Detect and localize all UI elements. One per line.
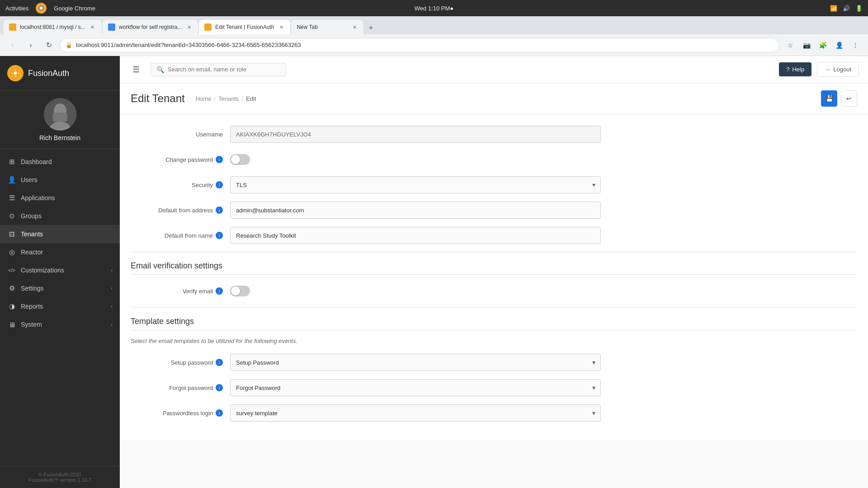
- dashboard-icon: ⊞: [7, 157, 16, 166]
- default-from-name-info-icon[interactable]: i: [216, 232, 223, 239]
- setup-password-select[interactable]: Setup Password Forgot Password survey te…: [230, 354, 601, 371]
- reports-icon: ◑: [7, 302, 16, 311]
- tab-close-mysql[interactable]: ✕: [89, 23, 96, 31]
- sidebar-item-customizations[interactable]: </> Customizations ‹: [0, 261, 120, 279]
- activities-label[interactable]: Activities: [5, 5, 28, 12]
- sidebar-item-reports[interactable]: ◑ Reports ‹: [0, 297, 120, 315]
- customizations-label: Customizations: [21, 267, 106, 274]
- users-label: Users: [21, 176, 113, 183]
- dashboard-label: Dashboard: [21, 158, 113, 165]
- search-input[interactable]: [168, 66, 280, 73]
- username-row: Username: [131, 125, 857, 143]
- reactor-label: Reactor: [21, 249, 113, 256]
- groups-label: Groups: [21, 212, 113, 220]
- tab-title-edit-tenant: Edit Tenant | FusionAuth: [215, 24, 274, 30]
- cancel-button[interactable]: ↩: [841, 90, 857, 107]
- header-right: ? Help → Logout: [779, 62, 859, 77]
- verify-email-row: Verify email i: [131, 282, 857, 300]
- change-password-label: Change password i: [131, 156, 230, 163]
- bookmark-button[interactable]: ☆: [783, 38, 797, 52]
- breadcrumb-home[interactable]: Home: [196, 95, 212, 102]
- extensions-button[interactable]: 🧩: [816, 38, 830, 52]
- tab-new[interactable]: New Tab ✕: [291, 20, 363, 34]
- reactor-icon: ◎: [7, 248, 16, 257]
- logout-icon: →: [825, 66, 830, 73]
- sidebar-item-settings[interactable]: ⚙ Settings ‹: [0, 279, 120, 297]
- tab-edit-tenant[interactable]: Edit Tenant | FusionAuth ✕: [199, 20, 290, 34]
- breadcrumb-tenants[interactable]: Tenants: [218, 95, 239, 102]
- security-select[interactable]: None SSL TLS: [230, 176, 601, 193]
- settings-icon: ⚙: [7, 284, 16, 293]
- chrome-tabs: localhost:8081 / mysql / s... ✕ workflow…: [0, 16, 868, 34]
- tab-close-edit-tenant[interactable]: ✕: [278, 23, 285, 31]
- chrome-toolbar: ‹ › ↻ 🔒 localhost:9011/admin/tenant/edit…: [0, 34, 868, 56]
- default-from-name-label: Default from name i: [131, 232, 230, 239]
- menu-toggle-button[interactable]: ☰: [129, 62, 143, 77]
- passwordless-login-label: Passwordless login i: [131, 409, 230, 417]
- svg-rect-5: [53, 113, 67, 122]
- chrome-window: localhost:8081 / mysql / s... ✕ workflow…: [0, 16, 868, 488]
- sidebar-nav: ⊞ Dashboard 👤 Users ☰ Applications ⊙ Gro…: [0, 149, 120, 466]
- change-password-toggle[interactable]: [230, 154, 250, 165]
- sidebar-item-tenants[interactable]: ⊡ Tenants: [0, 225, 120, 243]
- profile-button[interactable]: 👤: [832, 38, 846, 52]
- logout-label: Logout: [833, 66, 851, 73]
- sidebar-item-reactor[interactable]: ◎ Reactor: [0, 243, 120, 261]
- page-title-area: Edit Tenant Home / Tenants / Edit: [131, 92, 256, 105]
- breadcrumb-sep2: /: [242, 95, 244, 102]
- username-input[interactable]: [230, 126, 601, 143]
- setup-password-info-icon[interactable]: i: [216, 359, 223, 366]
- new-tab-button[interactable]: +: [364, 22, 377, 34]
- sidebar-item-groups[interactable]: ⊙ Groups: [0, 207, 120, 225]
- logout-button[interactable]: → Logout: [817, 62, 859, 77]
- default-from-name-input[interactable]: [230, 227, 601, 244]
- passwordless-login-info-icon[interactable]: i: [216, 409, 223, 417]
- sidebar-item-system[interactable]: 🖥 System ‹: [0, 315, 120, 333]
- search-icon: 🔍: [156, 66, 164, 73]
- verify-email-toggle[interactable]: [230, 286, 250, 296]
- save-button[interactable]: 💾: [821, 90, 837, 107]
- username-label: Username: [131, 131, 230, 138]
- verify-email-info-icon[interactable]: i: [216, 287, 223, 295]
- default-from-address-info-icon[interactable]: i: [216, 206, 223, 214]
- tab-close-new[interactable]: ✕: [351, 23, 358, 31]
- screenshot-button[interactable]: 📷: [799, 38, 814, 52]
- fusionauth-logo-icon: [7, 65, 24, 81]
- help-button[interactable]: ? Help: [779, 62, 811, 76]
- main-header: ☰ 🔍 ? Help → Logout: [120, 56, 868, 83]
- help-icon: ?: [786, 66, 789, 73]
- sidebar-logo-text: FusionAuth: [28, 69, 69, 78]
- address-bar[interactable]: 🔒 localhost:9011/admin/tenant/edit?tenan…: [60, 38, 779, 52]
- forgot-password-row: Forgot password i Setup Password Forgot …: [131, 379, 857, 397]
- sidebar-username: Rich Bernstein: [39, 134, 80, 141]
- default-from-name-field: [230, 227, 601, 244]
- change-password-info-icon[interactable]: i: [216, 156, 223, 163]
- default-from-name-row: Default from name i: [131, 226, 857, 244]
- tab-close-workflow[interactable]: ✕: [185, 23, 193, 31]
- user-avatar: [44, 98, 76, 131]
- tab-title-new: New Tab: [297, 24, 347, 30]
- security-info-icon[interactable]: i: [216, 181, 223, 188]
- default-from-address-input[interactable]: [230, 202, 601, 219]
- sidebar-item-users[interactable]: 👤 Users: [0, 171, 120, 189]
- reload-button[interactable]: ↻: [42, 38, 56, 52]
- tab-mysql[interactable]: localhost:8081 / mysql / s... ✕: [4, 20, 102, 34]
- email-verification-section-title: Email verification settings: [131, 261, 857, 275]
- passwordless-login-select[interactable]: Setup Password Forgot Password survey te…: [230, 404, 601, 422]
- sidebar-item-dashboard[interactable]: ⊞ Dashboard: [0, 153, 120, 171]
- sidebar-footer: © FusionAuth 2020FusionAuth™ version 1.1…: [0, 466, 120, 488]
- chrome-app-icon[interactable]: [36, 3, 47, 14]
- tab-workflow[interactable]: workflow for self registra... ✕: [103, 20, 198, 34]
- sidebar-item-applications[interactable]: ☰ Applications: [0, 189, 120, 207]
- forgot-password-info-icon[interactable]: i: [216, 384, 223, 391]
- customizations-arrow: ‹: [111, 267, 113, 273]
- form-content: Username Change password i: [120, 114, 868, 440]
- menu-button[interactable]: ⋮: [848, 38, 863, 52]
- forward-button[interactable]: ›: [24, 38, 38, 52]
- setup-password-select-wrapper: Setup Password Forgot Password survey te…: [230, 354, 601, 371]
- back-button[interactable]: ‹: [5, 38, 20, 52]
- forgot-password-select[interactable]: Setup Password Forgot Password survey te…: [230, 379, 601, 396]
- template-description: Select the email templates to be utilize…: [131, 338, 857, 344]
- svg-point-1: [14, 72, 17, 75]
- divider-template-settings: [131, 307, 857, 308]
